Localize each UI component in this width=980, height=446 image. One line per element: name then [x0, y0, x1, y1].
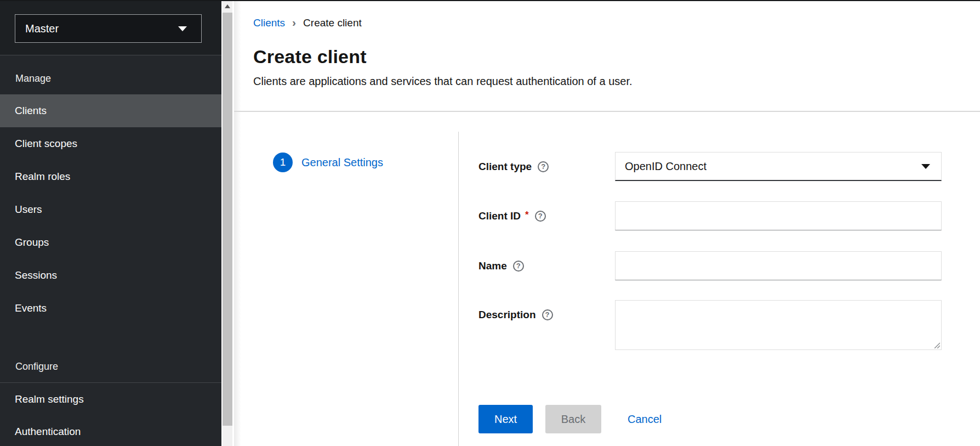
client-type-select[interactable]: OpenID Connect [615, 152, 942, 181]
sidebar-item-label: Authentication [15, 426, 81, 438]
breadcrumb: Clients › Create client [253, 16, 362, 30]
next-button[interactable]: Next [478, 405, 533, 433]
keycloak-admin-console: Master Manage Clients Client scopes Real… [0, 0, 980, 446]
field-row-client-id: Client ID * ? [478, 201, 942, 230]
scrollbar-thumb[interactable] [223, 13, 232, 426]
sidebar-item-client-scopes[interactable]: Client scopes [0, 127, 221, 160]
field-row-name: Name ? [478, 251, 942, 280]
sidebar-item-events[interactable]: Events [0, 292, 221, 325]
cancel-button[interactable]: Cancel [628, 405, 662, 433]
sidebar-item-groups[interactable]: Groups [0, 226, 221, 259]
sidebar-item-clients[interactable]: Clients [0, 94, 221, 127]
help-icon[interactable]: ? [535, 211, 546, 222]
sidebar: Master Manage Clients Client scopes Real… [0, 0, 221, 446]
page-subtitle: Clients are applications and services th… [253, 75, 633, 88]
sidebar-item-label: Clients [15, 105, 47, 117]
name-input[interactable] [615, 251, 942, 280]
realm-selector-area: Master [0, 0, 221, 55]
client-id-label: Client ID [478, 210, 521, 222]
sidebar-item-label: Client scopes [15, 138, 77, 150]
description-textarea-wrap [615, 300, 942, 350]
sidebar-section-configure: Configure [15, 361, 58, 372]
caret-down-icon [921, 164, 930, 169]
page-title: Create client [253, 46, 367, 67]
field-row-client-type: Client type ? OpenID Connect [478, 152, 942, 181]
client-id-label-group: Client ID * ? [478, 201, 615, 230]
step-number-badge: 1 [273, 153, 293, 172]
description-textarea[interactable] [616, 301, 941, 349]
name-label: Name [478, 260, 507, 272]
field-row-description: Description ? [478, 300, 942, 350]
wizard-step-general-settings[interactable]: 1 General Settings [273, 153, 383, 172]
name-label-group: Name ? [478, 251, 615, 280]
client-type-label-group: Client type ? [478, 152, 615, 181]
scrollbar-up-button[interactable] [223, 0, 232, 13]
sidebar-item-label: Sessions [15, 269, 57, 281]
sidebar-item-users[interactable]: Users [0, 193, 221, 226]
required-indicator: * [525, 201, 529, 221]
wizard-vertical-divider [458, 132, 459, 446]
description-label: Description [478, 309, 536, 321]
sidebar-item-label: Events [15, 302, 47, 314]
client-type-selected-value: OpenID Connect [625, 160, 706, 173]
sidebar-item-label: Users [15, 204, 42, 216]
window-top-edge [0, 0, 980, 1]
help-icon[interactable]: ? [542, 309, 553, 320]
sidebar-item-label: Realm settings [15, 393, 84, 405]
caret-down-icon [178, 26, 187, 31]
sidebar-section-manage: Manage [15, 73, 51, 84]
content-edge-shadow [234, 0, 241, 446]
sidebar-item-realm-settings[interactable]: Realm settings [0, 383, 221, 416]
client-type-label: Client type [478, 161, 532, 173]
help-icon[interactable]: ? [513, 261, 524, 272]
main-content: Clients › Create client Create client Cl… [234, 0, 980, 446]
triangle-up-icon [225, 4, 230, 8]
header-divider [234, 111, 980, 112]
chevron-right-icon: › [292, 16, 296, 30]
client-id-input[interactable] [615, 201, 942, 230]
sidebar-item-sessions[interactable]: Sessions [0, 259, 221, 292]
breadcrumb-clients-link[interactable]: Clients [253, 17, 285, 29]
sidebar-item-label: Realm roles [15, 171, 70, 183]
back-button[interactable]: Back [545, 405, 601, 433]
sidebar-item-authentication[interactable]: Authentication [0, 415, 221, 446]
breadcrumb-current: Create client [303, 17, 362, 29]
realm-selector-dropdown[interactable]: Master [15, 14, 202, 43]
step-label: General Settings [301, 156, 383, 169]
current-realm-label: Master [25, 22, 59, 35]
sidebar-item-label: Groups [15, 236, 49, 249]
description-label-group: Description ? [478, 300, 615, 329]
resize-handle-icon[interactable] [933, 341, 940, 348]
help-icon[interactable]: ? [538, 161, 549, 172]
sidebar-scrollbar [221, 0, 234, 446]
sidebar-item-realm-roles[interactable]: Realm roles [0, 160, 221, 193]
